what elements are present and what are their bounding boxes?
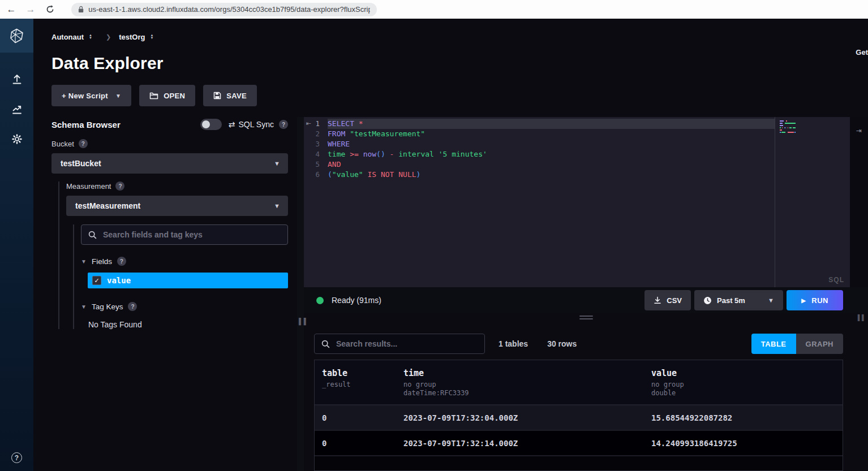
fields-help-icon[interactable]: ? [117,257,126,266]
save-button[interactable]: SAVE [203,85,257,106]
code-line[interactable]: 2FROM "testMeasurement" [313,129,775,139]
table-view-button[interactable]: TABLE [751,334,796,354]
help-icon[interactable]: ? [11,452,22,463]
tag-keys-section-toggle[interactable]: ▼ Tag Keys ? [81,302,288,311]
get-link[interactable]: Get [856,48,868,57]
sql-sync-label: SQL Sync [238,120,274,129]
browser-reload-icon[interactable] [44,4,55,15]
code-line[interactable]: 4time >= now() - interval '5 minutes' [313,149,775,159]
results-table-body: 02023-07-09T17:32:04.000Z15.685449220872… [315,405,843,456]
open-label: OPEN [164,92,185,100]
caret-down-icon: ▼ [81,304,87,310]
save-icon [213,92,221,100]
sync-arrows-icon: ⇄ [229,120,235,129]
download-icon [654,296,661,304]
table-row[interactable]: 02023-07-09T17:32:04.000Z15.685449220872… [315,405,843,431]
code-line[interactable]: 3WHERE [313,139,775,149]
measurement-help-icon[interactable]: ? [115,182,124,191]
run-label: RUN [811,296,828,305]
sql-sync-toggle[interactable] [200,119,222,130]
fields-section-toggle[interactable]: ▼ Fields ? [81,257,288,266]
field-value-row[interactable]: ✓ value [88,273,288,288]
new-script-button[interactable]: + New Script ▼ [51,85,131,106]
table-cell: 2023-07-09T17:32:04.000Z [403,413,651,422]
url-text: us-east-1-1.aws.cloud2.influxdata.com/or… [88,5,370,14]
upload-icon[interactable] [10,72,24,87]
run-query-button[interactable]: ▶ RUN [787,290,843,310]
tables-count: 1 tables [499,339,528,348]
address-bar[interactable]: us-east-1-1.aws.cloud2.influxdata.com/or… [71,3,377,16]
code-text: FROM "testMeasurement" [328,129,775,139]
line-number: 2 [313,129,328,139]
right-panel-collapsed: ⇥ [850,117,868,287]
column-name: value [651,368,843,378]
line-number: 5 [313,159,328,170]
expand-right-panel-icon[interactable]: ⇥ [856,127,862,135]
line-number: 4 [313,149,328,159]
lock-icon [78,6,84,13]
search-icon [88,231,97,239]
schema-browser-panel: Schema Browser ⇄ SQL Sync ? Bucket ? tes… [33,117,297,471]
breadcrumb-suborg[interactable]: testOrg [119,33,145,41]
code-line[interactable]: 1SELECT * [313,119,775,129]
code-text: AND [328,159,775,170]
table-cell: 14.240993186419725 [651,439,843,448]
query-status-text: Ready (91ms) [332,296,381,305]
editor-collapse-left-icon[interactable]: ⇤ [304,117,313,287]
settings-gear-icon[interactable] [10,132,24,146]
code-line[interactable]: 6("value" IS NOT NULL) [313,170,775,180]
folder-icon [149,92,158,100]
influxdb-cube-icon [9,28,24,44]
sql-sync-help-icon[interactable]: ? [279,120,288,129]
table-cell: 2023-07-09T17:32:14.000Z [403,439,651,448]
results-search-placeholder: Search results... [336,339,397,348]
measurement-dropdown[interactable]: testMeasurement ▼ [66,196,288,216]
sql-editor[interactable]: ⇤ 1SELECT *2FROM "testMeasurement"3WHERE… [304,117,850,287]
editor-right-pad: SQL [796,117,850,287]
code-text: time >= now() - interval '5 minutes' [328,149,775,159]
time-range-dropdown[interactable]: Past 5m ▼ [694,290,783,310]
org-switcher-icon[interactable]: ▲▼ [89,34,92,40]
code-line[interactable]: 5AND [313,159,775,170]
minimap-line [780,129,796,131]
csv-label: CSV [667,296,682,305]
drag-handle-icon [579,316,593,321]
browser-back-icon[interactable]: ← [6,4,17,15]
table-cell: 15.68544922087282 [651,413,843,422]
line-number: 3 [313,139,328,149]
schema-search-placeholder: Search fields and tag keys [103,230,203,239]
checkbox-checked-icon[interactable]: ✓ [92,276,101,285]
schema-browser-title: Schema Browser [51,120,200,129]
bucket-help-icon[interactable]: ? [79,139,88,148]
column-name: table [322,368,403,378]
editor-minimap[interactable] [775,117,796,287]
bucket-selected-value: testBucket [61,159,274,168]
line-number: 1 [313,119,328,129]
panel-resize-handle-horizontal[interactable]: ▌▌ [304,313,868,323]
drag-handle-icon: ▌▌ [858,314,866,321]
browser-forward-icon[interactable]: → [25,4,36,15]
minimap-line [780,132,796,133]
influxdb-logo[interactable] [0,19,33,53]
open-button[interactable]: OPEN [139,85,195,106]
script-toolbar: + New Script ▼ OPEN SAVE [33,73,868,106]
data-explorer-graph-icon[interactable] [10,102,24,116]
new-script-label: + New Script [62,92,108,100]
save-label: SAVE [226,92,247,100]
schema-search-input[interactable]: Search fields and tag keys [81,224,288,245]
measurement-label: Measurement [66,182,111,191]
table-row[interactable]: 02023-07-09T17:32:14.000Z14.240993186419… [315,431,843,456]
suborg-switcher-icon[interactable]: ▲▼ [150,34,153,40]
play-icon: ▶ [801,297,806,304]
graph-view-button[interactable]: GRAPH [796,334,843,354]
breadcrumb-org[interactable]: Autonaut [51,33,84,41]
results-search-input[interactable]: Search results... [314,334,485,354]
tag-keys-help-icon[interactable]: ? [128,302,137,311]
tag-keys-label: Tag Keys [92,303,123,311]
csv-download-button[interactable]: CSV [644,290,691,310]
minimap-line [780,120,796,122]
panel-resize-handle-vertical[interactable]: ▌▌ [297,117,304,471]
bucket-dropdown[interactable]: testBucket ▼ [51,153,288,174]
breadcrumb: Autonaut ▲▼ ❯ testOrg ▲▼ [33,19,868,42]
chevron-down-icon: ▼ [274,202,280,209]
